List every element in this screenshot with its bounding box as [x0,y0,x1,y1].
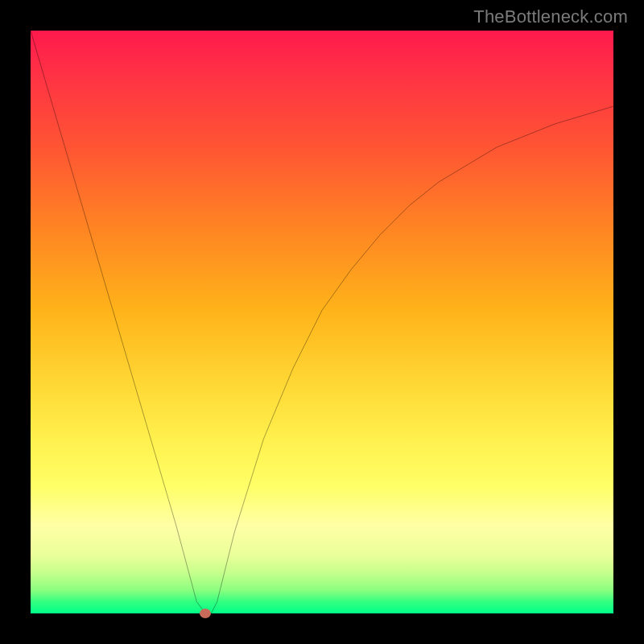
optimum-marker [200,609,211,618]
watermark-text: TheBottleneck.com [473,6,628,27]
plot-area [31,31,613,613]
curve-path [31,31,613,613]
bottleneck-curve [31,31,613,613]
chart-frame: TheBottleneck.com [0,0,644,644]
